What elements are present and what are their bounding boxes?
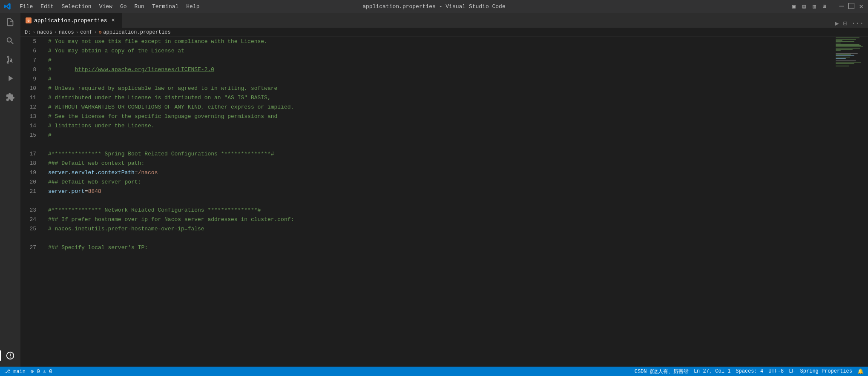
menu-bar: File Edit Selection View Go Run Terminal… (16, 3, 203, 11)
activity-bar (0, 13, 20, 367)
code-line-24: ### If prefer hostname over ip for Nacos… (48, 215, 834, 224)
errors-warnings[interactable]: ⊗ 0 ⚠ 0 (31, 368, 52, 375)
menu-run[interactable]: Run (131, 3, 147, 11)
extensions-icon[interactable] (3, 89, 18, 105)
menu-terminal[interactable]: Terminal (149, 3, 182, 11)
code-line-25: # nacos.inetutils.prefer-hostname-over-i… (48, 224, 834, 234)
status-bar: ⎇ main ⊗ 0 ⚠ 0 CSDN @这人有、厉害呀 Ln 27, Col … (0, 367, 868, 376)
code-line-21: server.port=8848 (48, 187, 834, 196)
line-ending[interactable]: LF (789, 368, 795, 374)
menu-view[interactable]: View (96, 3, 116, 11)
minimize-button[interactable]: ─ (838, 3, 845, 10)
code-area[interactable]: # You may not use this file except in co… (44, 37, 834, 367)
code-line-5: # You may not use this file except in co… (48, 37, 834, 46)
status-right: CSDN @这人有、厉害呀 Ln 27, Col 1 Spaces: 4 UTF… (635, 368, 864, 375)
tab-label: application.properties (34, 17, 107, 24)
code-line-13: # See the License for the specific langu… (48, 112, 834, 121)
code-line-14: # limitations under the License. (48, 121, 834, 131)
breadcrumb-file[interactable]: application.properties (103, 29, 170, 35)
code-line-26 (48, 234, 834, 243)
encoding[interactable]: UTF-8 (768, 368, 784, 374)
code-line-11: # distributed under the License is distr… (48, 93, 834, 103)
line-col[interactable]: Ln 27, Col 1 (694, 368, 730, 374)
code-line-6: # You may obtain a copy of the License a… (48, 46, 834, 56)
git-branch[interactable]: ⎇ main (4, 368, 26, 375)
menu-edit[interactable]: Edit (37, 3, 57, 11)
tab-application-properties[interactable]: ⚙ application.properties × (20, 13, 122, 28)
vscode-logo (3, 3, 11, 10)
split-editor-icon[interactable]: ⊟ (843, 19, 848, 28)
code-line-20: ### Default web server port: (48, 178, 834, 187)
ai-icon[interactable] (3, 348, 18, 363)
breadcrumb-nacos2[interactable]: nacos (59, 29, 74, 35)
main-layout: ⚙ application.properties × ▶ ⊟ ··· D: › … (0, 13, 868, 367)
maximize-button[interactable] (848, 3, 854, 9)
layout-icon-2[interactable]: ▤ (801, 3, 808, 10)
code-line-9: # (48, 75, 834, 84)
breadcrumb: D: › nacos › nacos › conf › ⚙ applicatio… (20, 28, 868, 37)
notifications[interactable]: 🔔 (857, 368, 864, 375)
close-button[interactable]: ✕ (858, 3, 865, 10)
language-mode[interactable]: Spring Properties (800, 368, 852, 374)
tab-bar: ⚙ application.properties × ▶ ⊟ ··· (20, 13, 868, 28)
code-line-27: ### Specify local server's IP: (48, 243, 834, 253)
layout-icon-1[interactable]: ▣ (790, 3, 797, 10)
code-line-18: ### Default web context path: (48, 159, 834, 168)
code-line-23: #*************** Network Related Configu… (48, 206, 834, 215)
menu-file[interactable]: File (16, 3, 36, 11)
code-line-7: # (48, 56, 834, 65)
spaces[interactable]: Spaces: 4 (736, 368, 763, 374)
code-line-10: # Unless required by applicable law or a… (48, 84, 834, 93)
search-icon[interactable] (3, 33, 18, 49)
code-line-16 (48, 140, 834, 149)
code-line-22 (48, 196, 834, 206)
source-control-icon[interactable] (3, 52, 18, 67)
tab-file-icon: ⚙ (26, 17, 32, 23)
code-line-15: # (48, 131, 834, 140)
menu-selection[interactable]: Selection (58, 3, 95, 11)
minimap (834, 37, 868, 367)
code-line-12: # WITHOUT WARRANTIES OR CONDITIONS OF AN… (48, 103, 834, 112)
open-editors-icon[interactable]: ▶ (835, 19, 839, 28)
editor-content[interactable]: 5 6 7 8 9 10 11 12 13 14 15 17 18 19 20 … (20, 37, 868, 367)
window-title: application.properties - Visual Studio C… (362, 3, 505, 10)
code-line-19: server.servlet.contextPath=/nacos (48, 168, 834, 178)
tab-close-button[interactable]: × (110, 17, 117, 24)
window-controls: ▣ ▤ ▥ ⊞ ─ ✕ (790, 3, 865, 10)
csdn-status: CSDN @这人有、厉害呀 (635, 368, 689, 375)
breadcrumb-d[interactable]: D: (25, 29, 31, 35)
title-bar-left: File Edit Selection View Go Run Terminal… (3, 3, 203, 11)
menu-go[interactable]: Go (117, 3, 130, 11)
menu-help[interactable]: Help (183, 3, 203, 11)
line-numbers: 5 6 7 8 9 10 11 12 13 14 15 17 18 19 20 … (20, 37, 44, 367)
layout-icon-4[interactable]: ⊞ (821, 3, 828, 10)
breadcrumb-nacos1[interactable]: nacos (37, 29, 52, 35)
run-debug-icon[interactable] (3, 71, 18, 86)
more-actions-icon[interactable]: ··· (851, 20, 864, 27)
layout-icon-3[interactable]: ▥ (811, 3, 818, 10)
code-line-8: # http://www.apache.org/licenses/LICENSE… (48, 65, 834, 75)
breadcrumb-conf[interactable]: conf (80, 29, 92, 35)
title-bar: File Edit Selection View Go Run Terminal… (0, 0, 868, 13)
code-line-17: #*************** Spring Boot Related Con… (48, 149, 834, 159)
files-icon[interactable] (3, 14, 18, 30)
editor-area: ⚙ application.properties × ▶ ⊟ ··· D: › … (20, 13, 868, 367)
status-left: ⎇ main ⊗ 0 ⚠ 0 (4, 368, 52, 375)
